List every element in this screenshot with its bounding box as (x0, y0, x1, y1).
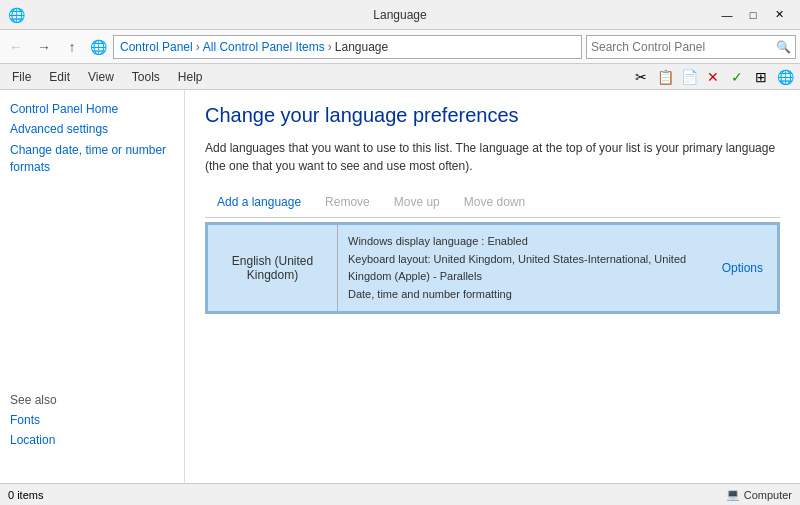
remove-button[interactable]: Remove (313, 191, 382, 213)
cut-icon[interactable]: ✂ (630, 66, 652, 88)
sidebar-link-advanced[interactable]: Advanced settings (10, 122, 174, 136)
close-button[interactable]: ✕ (766, 5, 792, 25)
menu-bar: File Edit View Tools Help ✂ 📋 📄 ✕ ✓ ⊞ 🌐 (0, 64, 800, 90)
main-layout: Control Panel Home Advanced settings Cha… (0, 90, 800, 483)
delete-icon[interactable]: ✕ (702, 66, 724, 88)
lang-detail-3: Date, time and number formatting (348, 286, 698, 304)
status-bar: 0 items 💻 Computer (0, 483, 800, 505)
sidebar-link-date-time[interactable]: Change date, time or number formats (10, 142, 174, 176)
sidebar: Control Panel Home Advanced settings Cha… (0, 90, 185, 483)
check-icon[interactable]: ✓ (726, 66, 748, 88)
menu-tools[interactable]: Tools (124, 68, 168, 86)
move-up-button[interactable]: Move up (382, 191, 452, 213)
breadcrumb-bar: Control Panel › All Control Panel Items … (113, 35, 582, 59)
lang-detail-1: Windows display language : Enabled (348, 233, 698, 251)
lang-detail-2: Keyboard layout: United Kingdom, United … (348, 251, 698, 286)
sidebar-link-fonts[interactable]: Fonts (10, 413, 57, 427)
menu-help[interactable]: Help (170, 68, 211, 86)
app-icon-addr: 🌐 (90, 39, 107, 55)
search-icon: 🔍 (776, 40, 791, 54)
computer-icon: 💻 (726, 488, 740, 501)
up-button[interactable]: ↑ (60, 35, 84, 59)
address-bar: ← → ↑ 🌐 Control Panel › All Control Pane… (0, 30, 800, 64)
properties-icon[interactable]: ⊞ (750, 66, 772, 88)
breadcrumb-control-panel[interactable]: Control Panel (120, 40, 193, 54)
page-title: Change your language preferences (205, 104, 780, 127)
options-link[interactable]: Options (708, 225, 777, 311)
window-title: Language (373, 8, 426, 22)
back-button[interactable]: ← (4, 35, 28, 59)
title-bar-left: 🌐 (8, 7, 25, 23)
language-toolbar: Add a language Remove Move up Move down (205, 191, 780, 218)
copy-icon[interactable]: 📋 (654, 66, 676, 88)
minimize-button[interactable]: — (714, 5, 740, 25)
search-input[interactable] (591, 40, 776, 54)
app-icon: 🌐 (8, 7, 25, 23)
language-list: English (United Kingdom) Windows display… (205, 222, 780, 314)
content-area: Change your language preferences Add lan… (185, 90, 800, 483)
menu-view[interactable]: View (80, 68, 122, 86)
breadcrumb-all-items[interactable]: All Control Panel Items (203, 40, 325, 54)
items-count: 0 items (8, 489, 43, 501)
language-name: English (United Kingdom) (208, 225, 338, 311)
move-down-button[interactable]: Move down (452, 191, 537, 213)
search-box: 🔍 (586, 35, 796, 59)
see-also-title: See also (10, 393, 57, 407)
sidebar-bottom: See also Fonts Location (10, 373, 57, 453)
add-language-button[interactable]: Add a language (205, 191, 313, 213)
sidebar-link-home[interactable]: Control Panel Home (10, 102, 174, 116)
breadcrumb-current: Language (335, 40, 388, 54)
forward-button[interactable]: → (32, 35, 56, 59)
view-icon[interactable]: 🌐 (774, 66, 796, 88)
description: Add languages that you want to use to th… (205, 139, 780, 175)
title-bar: 🌐 Language — □ ✕ (0, 0, 800, 30)
menu-file[interactable]: File (4, 68, 39, 86)
sidebar-top: Control Panel Home Advanced settings Cha… (0, 90, 184, 194)
computer-label: Computer (744, 489, 792, 501)
table-row[interactable]: English (United Kingdom) Windows display… (206, 223, 779, 313)
sidebar-link-location[interactable]: Location (10, 433, 57, 447)
menu-edit[interactable]: Edit (41, 68, 78, 86)
window-controls: — □ ✕ (714, 5, 792, 25)
paste-icon[interactable]: 📄 (678, 66, 700, 88)
maximize-button[interactable]: □ (740, 5, 766, 25)
language-details: Windows display language : Enabled Keybo… (338, 225, 708, 311)
computer-status: 💻 Computer (726, 488, 792, 501)
toolbar-right: ✂ 📋 📄 ✕ ✓ ⊞ 🌐 (630, 66, 796, 88)
